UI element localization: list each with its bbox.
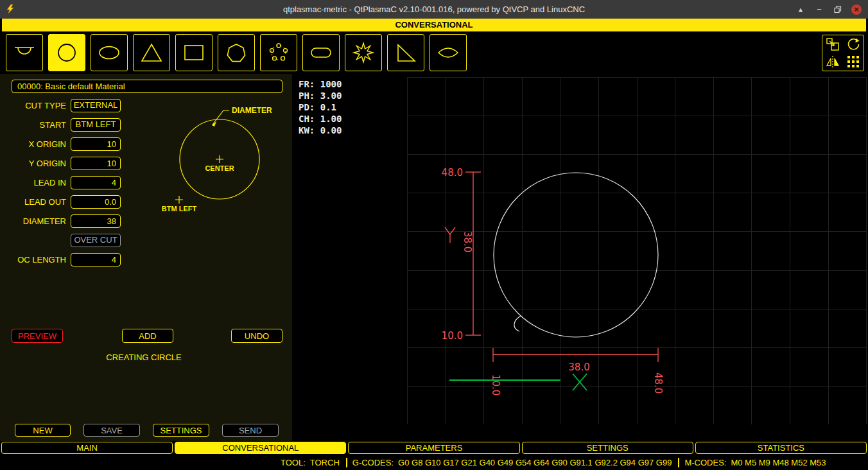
statusbar: TOOL: TORCH G-CODES: G0 G8 G10 G17 G21 G… bbox=[0, 455, 868, 470]
settings-button[interactable]: SETTINGS bbox=[153, 424, 209, 437]
oc-length-label: OC LENGTH bbox=[0, 255, 71, 265]
oc-length-input[interactable] bbox=[71, 253, 121, 266]
mcodes-value: M0 M5 M9 M48 M52 M53 bbox=[731, 458, 826, 467]
shape-button-polygon[interactable] bbox=[218, 34, 255, 71]
mirror-button[interactable] bbox=[822, 53, 843, 71]
main-tabbar: MAIN CONVERSATIONAL PARAMETERS SETTINGS … bbox=[0, 441, 868, 455]
shape-button-ellipse[interactable] bbox=[91, 34, 128, 71]
array-button[interactable] bbox=[843, 53, 864, 71]
feed-rate-readout: FR: 1000 bbox=[299, 78, 342, 90]
cut-height-readout: CH: 1.00 bbox=[299, 113, 342, 125]
tab-statistics[interactable]: STATISTICS bbox=[695, 442, 867, 454]
lead-in-input[interactable] bbox=[71, 176, 121, 189]
diameter-input[interactable] bbox=[71, 214, 121, 228]
scale-icon bbox=[825, 37, 840, 52]
tab-main[interactable]: MAIN bbox=[1, 442, 173, 454]
mcodes-label: M-CODES: bbox=[684, 458, 726, 467]
over-cut-button[interactable]: OVER CUT bbox=[71, 234, 121, 247]
slot-shape-icon bbox=[308, 40, 334, 65]
x-origin-label: X ORIGIN bbox=[0, 139, 71, 149]
shape-button-bolt-circle[interactable] bbox=[260, 34, 297, 71]
new-button[interactable]: NEW bbox=[15, 424, 71, 437]
rotate-icon bbox=[846, 37, 861, 52]
array-icon bbox=[846, 54, 861, 69]
undo-button[interactable]: UNDO bbox=[231, 329, 282, 343]
cut-type-label: CUT TYPE bbox=[0, 101, 71, 110]
y-origin-input[interactable] bbox=[71, 157, 121, 170]
x-origin-input[interactable] bbox=[71, 137, 121, 151]
tool-label: TOOL: bbox=[281, 458, 306, 467]
shape-button-star[interactable] bbox=[345, 34, 382, 71]
close-button[interactable]: × bbox=[851, 4, 862, 15]
lead-out-label: LEAD OUT bbox=[0, 197, 71, 207]
over-cut-row: OVER CUT bbox=[0, 233, 121, 247]
shape-button-rectangle[interactable] bbox=[175, 34, 213, 71]
send-button[interactable]: SEND bbox=[222, 424, 279, 437]
start-row: START BTM LEFT bbox=[0, 118, 121, 132]
shape-button-gusset[interactable] bbox=[387, 34, 424, 71]
diameter-label: DIAMETER bbox=[0, 216, 71, 226]
restore-button[interactable] bbox=[833, 4, 843, 15]
triangle-shape-icon bbox=[139, 40, 164, 65]
ellipse-shape-icon bbox=[96, 40, 122, 65]
conversational-panel: 00000: Basic default Material CUT TYPE E… bbox=[0, 74, 292, 441]
shape-button-sector[interactable] bbox=[430, 34, 467, 71]
shape-button-triangle[interactable] bbox=[133, 34, 170, 71]
shape-button-slot[interactable] bbox=[302, 34, 340, 71]
statusbar-separator bbox=[678, 458, 679, 467]
shade-button[interactable]: ▴ bbox=[795, 4, 806, 15]
pierce-height-readout: PH: 3.00 bbox=[299, 90, 342, 101]
tab-settings[interactable]: SETTINGS bbox=[522, 442, 693, 454]
minimize-button[interactable]: − bbox=[814, 4, 824, 15]
circle-shape-icon bbox=[54, 40, 80, 65]
y-origin-row: Y ORIGIN bbox=[0, 156, 121, 170]
shape-button-circle[interactable] bbox=[48, 34, 85, 71]
gcodes-label: G-CODES: bbox=[352, 458, 394, 467]
cut-type-button[interactable]: EXTERNAL bbox=[71, 99, 121, 112]
shape-utilities-group bbox=[822, 35, 864, 71]
start-label: START bbox=[0, 120, 71, 130]
preview-grid bbox=[407, 77, 867, 424]
rotate-button[interactable] bbox=[843, 35, 864, 53]
line-shape-icon bbox=[12, 40, 37, 65]
lead-in-row: LEAD IN bbox=[0, 175, 121, 189]
shape-button-line[interactable] bbox=[6, 34, 43, 71]
statusbar-separator bbox=[346, 458, 347, 467]
window-controls: ▴ − × bbox=[795, 0, 862, 19]
tool-value: TORCH bbox=[310, 458, 340, 467]
sector-shape-icon bbox=[435, 40, 461, 65]
diameter-row: DIAMETER bbox=[0, 214, 121, 228]
diagram-center-label: CENTER bbox=[205, 164, 234, 172]
x-origin-row: X ORIGIN bbox=[0, 137, 121, 151]
titlebar: qtplasmac-metric - QtPlasmaC v2.10-001.0… bbox=[0, 0, 868, 19]
tab-conversational[interactable]: CONVERSATIONAL bbox=[175, 442, 346, 454]
cut-type-row: CUT TYPE EXTERNAL bbox=[0, 98, 121, 112]
save-button[interactable]: SAVE bbox=[83, 424, 140, 437]
tab-parameters[interactable]: PARAMETERS bbox=[348, 442, 519, 454]
shape-help-diagram: DIAMETER CENTER BTM LEFT bbox=[148, 93, 292, 222]
material-combobox[interactable]: 00000: Basic default Material bbox=[12, 80, 282, 93]
diagram-btm-left-label: BTM LEFT bbox=[162, 205, 197, 213]
y-origin-label: Y ORIGIN bbox=[0, 159, 71, 168]
lead-out-input[interactable] bbox=[71, 195, 121, 209]
app-window: qtplasmac-metric - QtPlasmaC v2.10-001.0… bbox=[0, 0, 868, 470]
mirror-icon bbox=[825, 54, 840, 69]
shape-toolbar bbox=[0, 31, 868, 74]
rectangle-shape-icon bbox=[181, 40, 207, 65]
mode-banner: CONVERSATIONAL bbox=[2, 19, 866, 31]
diagram-diameter-label: DIAMETER bbox=[232, 106, 272, 115]
scale-button[interactable] bbox=[822, 35, 843, 53]
preview-button[interactable]: PREVIEW bbox=[12, 329, 63, 343]
conversational-status-text: CREATING CIRCLE bbox=[12, 352, 276, 362]
lead-in-label: LEAD IN bbox=[0, 178, 71, 187]
preview-panel: FR: 1000 PH: 3.00 PD: 0.1 CH: 1.00 KW: 0… bbox=[292, 74, 868, 441]
star-shape-icon bbox=[351, 40, 376, 65]
app-logo-icon bbox=[5, 4, 15, 14]
oc-length-row: OC LENGTH bbox=[0, 252, 121, 266]
start-button[interactable]: BTM LEFT bbox=[71, 118, 121, 132]
add-button[interactable]: ADD bbox=[122, 329, 173, 343]
kerf-width-readout: KW: 0.00 bbox=[299, 125, 342, 136]
gcodes-value: G0 G8 G10 G17 G21 G40 G49 G54 G64 G90 G9… bbox=[398, 458, 672, 467]
window-title: qtplasmac-metric - QtPlasmaC v2.10-001.0… bbox=[0, 4, 868, 14]
bolt-circle-shape-icon bbox=[266, 40, 291, 65]
